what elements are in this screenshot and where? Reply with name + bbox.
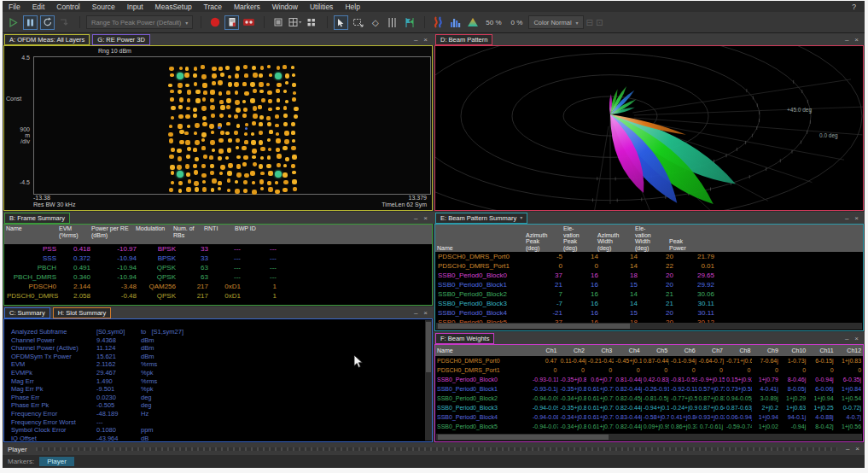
constellation-point xyxy=(202,83,207,87)
menu-item-control[interactable]: Control xyxy=(50,3,85,11)
cell-rbs: 33 xyxy=(178,254,211,263)
marker-diamond-button[interactable]: ◇ xyxy=(368,15,382,30)
menu-item-input[interactable]: Input xyxy=(121,3,149,11)
cell-rbs: 33 xyxy=(178,244,211,254)
recording-playback-button[interactable] xyxy=(242,15,256,30)
help-icon[interactable]: ? xyxy=(852,3,865,11)
close-button[interactable]: × xyxy=(854,37,859,44)
close-button[interactable]: × xyxy=(423,310,428,317)
constellation-point xyxy=(267,155,271,160)
single-trace-layout-button[interactable] xyxy=(271,15,285,30)
markers-label: Markers: xyxy=(3,458,34,465)
cell-power: -3.48 xyxy=(93,282,139,291)
cell-weight: 0.87+j0.64 xyxy=(697,403,725,412)
cell-weight: 0 xyxy=(586,365,614,375)
cell-el_w: 20 xyxy=(640,252,676,261)
constellation-point xyxy=(269,130,273,134)
close-button[interactable]: × xyxy=(854,336,859,342)
constellation-point xyxy=(168,132,173,137)
transparency-percent[interactable]: 50 % xyxy=(482,19,504,26)
tab-ofdm-meas-all-layers[interactable]: A: OFDM Meas: All Layers xyxy=(4,34,90,45)
scrollbar-thumb[interactable] xyxy=(438,324,630,329)
menu-item-meassetup[interactable]: MeasSetup xyxy=(149,3,198,11)
constellation-point xyxy=(236,164,241,168)
close-button[interactable]: × xyxy=(855,446,865,453)
cell-name: PBCH xyxy=(4,263,59,272)
close-button[interactable]: × xyxy=(423,215,428,222)
spectrogram-colormap-button[interactable] xyxy=(431,15,446,30)
select-tool-button[interactable] xyxy=(334,15,348,30)
menu-item-utilities[interactable]: Utilities xyxy=(304,3,339,11)
menu-item-window[interactable]: Window xyxy=(266,3,304,11)
color-mode-dropdown[interactable]: Color Normal ▾ xyxy=(528,15,583,29)
pause-button[interactable] xyxy=(23,15,38,30)
horizontal-scrollbar[interactable] xyxy=(436,434,862,441)
zoom-select-tool-button[interactable] xyxy=(351,15,365,30)
vertical-scrollbar[interactable] xyxy=(425,320,432,441)
band-lines-button[interactable] xyxy=(385,15,399,30)
cell-weight: 0.87-0.44j xyxy=(642,356,669,365)
markers-player-tab[interactable]: Player xyxy=(39,457,74,466)
minimize-button[interactable]: – xyxy=(846,446,855,453)
restart-button[interactable] xyxy=(40,15,55,30)
single-step-button[interactable] xyxy=(57,15,72,30)
summary-unit: %pk xyxy=(141,369,154,377)
player-seek-slider[interactable] xyxy=(36,447,837,451)
constellation-point xyxy=(169,67,173,71)
range-preset-dropdown[interactable]: Range To Peak Power (Default) ▾ xyxy=(86,15,193,29)
menu-item-markers[interactable]: Markers xyxy=(228,3,266,11)
minimize-button[interactable]: – xyxy=(845,215,848,222)
record-button[interactable] xyxy=(207,15,222,30)
close-button[interactable]: × xyxy=(854,215,859,222)
menu-item-file[interactable]: File xyxy=(3,3,26,11)
panel-frame-summary: B: Frame Summary – × NameEVM (%rms)Power… xyxy=(3,212,434,307)
tab-slot-summary[interactable]: H: Slot Summary xyxy=(53,307,112,318)
tab-beam-weights[interactable]: F: Beam Weights xyxy=(435,333,494,344)
minimize-button[interactable]: – xyxy=(414,37,417,44)
constellation-point xyxy=(171,106,176,111)
scale-per-div-label: 900 m /div xyxy=(6,126,30,144)
band-marker-button[interactable] xyxy=(402,15,417,30)
extra-tool-icon[interactable]: ⊟ xyxy=(586,18,593,27)
close-button[interactable]: × xyxy=(423,37,428,44)
colormap-triangle-button[interactable] xyxy=(465,15,480,30)
extra-tool-icon[interactable]: ⊡ xyxy=(596,18,603,27)
histogram-button[interactable] xyxy=(448,15,463,30)
constellation-plot[interactable]: Rng 10 dBm 4.5 Const 900 m /div -4.5 -13… xyxy=(3,45,433,211)
tab-summary[interactable]: C: Summary xyxy=(4,307,50,318)
stray-point xyxy=(245,127,248,131)
cell-az_peak: -7 xyxy=(526,299,565,308)
minimize-button[interactable]: – xyxy=(845,37,848,44)
minimize-button[interactable]: – xyxy=(414,215,417,222)
tab-re-power-3d[interactable]: G: RE Power 3D xyxy=(92,34,149,45)
tab-frame-summary[interactable]: B: Frame Summary xyxy=(4,213,70,224)
horizontal-scrollbar[interactable] xyxy=(436,323,862,330)
report-button[interactable] xyxy=(224,15,239,30)
scrollbar-thumb[interactable] xyxy=(438,435,609,440)
window-controls: – × xyxy=(414,37,432,45)
menu-item-help[interactable]: Help xyxy=(339,3,365,11)
floor-percent[interactable]: 0 % xyxy=(508,19,527,26)
menu-item-trace[interactable]: Trace xyxy=(198,3,228,11)
scrollbar-thumb[interactable] xyxy=(426,322,431,372)
panel-f-header: F: Beam Weights – × xyxy=(434,332,865,344)
menu-item-source[interactable]: Source xyxy=(86,3,121,11)
constellation-point xyxy=(268,99,272,103)
cell-weight: 0.41+j0.84 xyxy=(669,412,696,422)
constellation-point xyxy=(194,170,198,174)
minimize-button[interactable]: – xyxy=(414,310,417,317)
constellation-point xyxy=(252,155,255,159)
minimize-button[interactable]: – xyxy=(845,336,848,342)
beam-pattern-3d-view[interactable]: +45.0 deg0.0 deg xyxy=(434,45,864,211)
constellation-point xyxy=(178,83,183,88)
table-row: SSB0_Period0_Block03716182029.65 xyxy=(435,271,863,280)
tab-beam-pattern[interactable]: D: Beam Pattern xyxy=(435,34,492,45)
constellation-point xyxy=(193,164,197,168)
table-row: SSB0_Period0_Block2-0.94-0.09j-0.34+j0.8… xyxy=(435,394,863,403)
tab-beam-pattern-summary[interactable]: E: Beam Pattern Summary ▾ xyxy=(435,213,527,224)
tile-windows-button[interactable] xyxy=(305,15,319,30)
play-button[interactable] xyxy=(6,15,20,30)
grid-layout-dropdown[interactable] xyxy=(288,15,302,30)
dropdown-caret-icon: ▾ xyxy=(185,20,188,26)
menu-item-edit[interactable]: Edit xyxy=(26,3,51,11)
